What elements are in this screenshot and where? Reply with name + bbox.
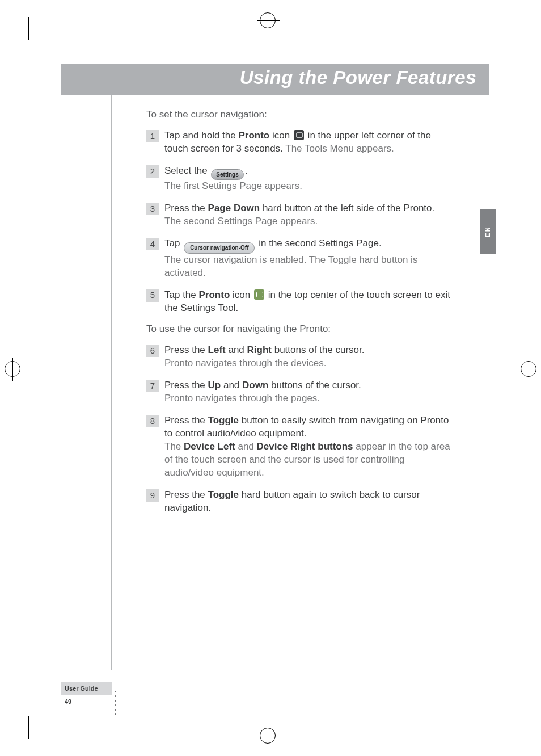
page-area: Using the Power Features EN To set the c… [61,35,489,721]
step-body: Tap Cursor navigation-Off in the second … [164,237,455,279]
step-item: 6 Press the Left and Right buttons of th… [146,344,455,370]
section-title: Using the Power Features [240,67,476,89]
step-body: Press the Left and Right buttons of the … [164,344,455,370]
step-number: 5 [146,289,159,302]
step-body: Tap the Pronto icon in the top center of… [164,289,455,315]
step-item: 4 Tap Cursor navigation-Off in the secon… [146,237,455,279]
step-number: 8 [146,415,159,427]
registration-mark-bottom [260,728,276,744]
step-item: 8 Press the Toggle button to easily swit… [146,414,455,480]
step-item: 9 Press the Toggle hard button again to … [146,489,455,515]
crop-mark [522,369,541,369]
step-item: 5 Tap the Pronto icon in the top center … [146,289,455,315]
step-number: 7 [146,380,159,392]
section-header-band: Using the Power Features [61,64,489,95]
page-number: 49 [61,695,112,705]
step-item: 1 Tap and hold the Pronto icon in the up… [146,129,455,156]
step-number: 1 [146,130,159,142]
language-tab-label: EN [484,226,491,237]
language-tab: EN [480,209,496,254]
settings-button-graphic: Settings [211,169,243,180]
step-item: 2 Select the Settings. The first Setting… [146,165,455,193]
step-body: Press the Page Down hard button at the l… [164,202,455,228]
step-item: 3 Press the Page Down hard button at the… [146,202,455,228]
step-body: Tap and hold the Pronto icon in the uppe… [164,129,455,156]
pronto-icon [254,289,264,300]
step-item: 7 Press the Up and Down buttons of the c… [146,379,455,405]
step-number: 2 [146,165,159,178]
pronto-icon [294,130,304,140]
cursor-nav-off-button-graphic: Cursor navigation-Off [184,242,255,254]
decorative-dots [115,691,116,715]
content-area: To set the cursor navigation: 1 Tap and … [146,109,455,524]
step-body: Press the Toggle button to easily switch… [164,414,455,480]
footer-label: User Guide [61,682,112,695]
step-number: 4 [146,238,159,250]
step-body: Press the Toggle hard button again to sw… [164,489,455,515]
footer: User Guide 49 [61,682,112,705]
intro-text: To set the cursor navigation: [146,109,455,120]
step-number: 3 [146,203,159,215]
step-number: 6 [146,345,159,357]
registration-mark-left [5,361,20,377]
step-body: Select the Settings. The first Settings … [164,165,455,193]
intro-text: To use the cursor for navigating the Pro… [146,324,455,335]
step-number: 9 [146,489,159,502]
sidebar-rule [111,95,112,670]
registration-mark-top [260,12,276,28]
step-body: Press the Up and Down buttons of the cur… [164,379,455,405]
